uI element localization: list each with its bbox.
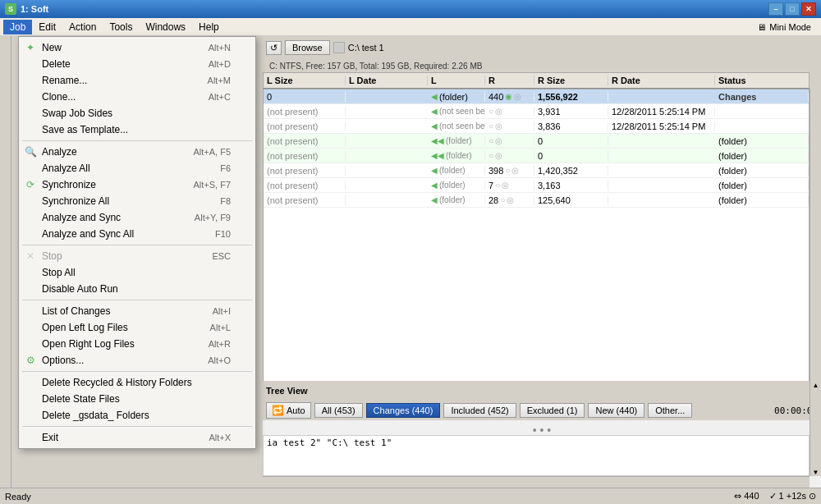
menu-item-delete-gsdata[interactable]: Delete _gsdata_ Folders — [19, 407, 255, 424]
tab-all[interactable]: All (453) — [314, 403, 363, 418]
scroll-down-arrow[interactable]: ▼ — [813, 470, 819, 476]
menu-help[interactable]: Help — [192, 20, 226, 34]
stop-icon: ✕ — [24, 250, 37, 263]
cell-rsize: 3,931 — [534, 107, 608, 117]
cell-status: Changes — [715, 92, 809, 102]
col-header-rdate: R Date — [608, 76, 715, 85]
cell-l: ◀ (folder) — [428, 92, 485, 102]
menu-edit[interactable]: Edit — [32, 20, 62, 34]
title-bar: S 1: Soft – □ ✕ — [0, 0, 821, 18]
status-counter: ⇔ 440 — [734, 491, 759, 502]
menu-item-stop[interactable]: ✕ Stop ESC — [19, 248, 255, 264]
status-timing: ✓ 1 +12s ⊙ — [769, 491, 816, 502]
cell-r: ○ ◎ — [485, 151, 534, 160]
col-header-ldate: L Date — [346, 76, 428, 85]
menu-item-new[interactable]: ✦ New Alt+N — [19, 39, 255, 56]
menu-item-save-template[interactable]: Save as Template... — [19, 121, 255, 138]
status-bar: Ready ⇔ 440 ✓ 1 +12s ⊙ — [0, 488, 821, 504]
menu-item-open-right-log[interactable]: Open Right Log Files Alt+R — [19, 336, 255, 352]
cell-rsize: 1,420,352 — [534, 166, 608, 176]
menu-item-synchronize[interactable]: ⟳ Synchronize Alt+S, F7 — [19, 176, 255, 193]
col-header-rsize: R Size — [534, 76, 608, 85]
menu-item-list-changes[interactable]: List of Changes Alt+I — [19, 303, 255, 319]
separator-3 — [22, 300, 252, 300]
cell-l: ◀ (folder) — [428, 166, 485, 175]
cell-l: ◀ (folder) — [428, 181, 485, 190]
cell-rdate: 12/28/2011 5:25:14 PM — [608, 121, 715, 131]
menu-tools[interactable]: Tools — [103, 20, 139, 34]
log-scrollbar-v[interactable]: ▲ ▼ — [810, 381, 821, 476]
menu-item-delete-recycled[interactable]: Delete Recycled & History Folders — [19, 374, 255, 391]
log-content: ia test 2" "C:\ test 1" — [267, 438, 392, 448]
left-sidebar — [0, 36, 11, 488]
tab-included[interactable]: Included (452) — [443, 403, 516, 418]
menu-action[interactable]: Action — [62, 20, 103, 34]
browse-button[interactable]: Browse — [285, 40, 330, 55]
mini-mode-button[interactable]: 🖥 Mini Mode — [750, 21, 818, 34]
menu-item-clone[interactable]: Clone... Alt+C — [19, 89, 255, 105]
menu-item-analyze[interactable]: 🔍 Analyze Alt+A, F5 — [19, 144, 255, 160]
menu-item-analyze-sync[interactable]: Analyze and Sync Alt+Y, F9 — [19, 209, 255, 226]
path-icon — [333, 42, 345, 53]
menu-item-swap[interactable]: Swap Job Sides — [19, 105, 255, 121]
table-row[interactable]: (not present) ◀ (not seen before) ○ ◎ 3,… — [264, 104, 809, 119]
cell-l: ◀◀ (folder) — [428, 151, 485, 160]
table-row[interactable]: (not present) ◀ (folder) 28 ○ ◎ 125,640 … — [264, 193, 809, 208]
menu-item-stop-all[interactable]: Stop All — [19, 264, 255, 281]
table-row[interactable]: (not present) ◀◀ (folder) ○ ◎ 0 (folder) — [264, 134, 809, 149]
cell-l: ◀ (folder) — [428, 195, 485, 204]
tab-other[interactable]: Other... — [648, 403, 692, 418]
cell-lsize: (not present) — [264, 151, 346, 161]
tab-new[interactable]: New (440) — [588, 403, 644, 418]
separator-5 — [22, 426, 252, 427]
maximize-button[interactable]: □ — [785, 2, 800, 16]
cell-status: (folder) — [715, 181, 809, 190]
table-row[interactable]: (not present) ◀ (not seen before) ○ ◎ 3,… — [264, 119, 809, 134]
menu-item-options[interactable]: ⚙ Options... Alt+O — [19, 352, 255, 369]
cell-l: ◀◀ (folder) — [428, 136, 485, 145]
log-area: ia test 2" "C:\ test 1" — [263, 435, 810, 476]
status-right: ⇔ 440 ✓ 1 +12s ⊙ — [734, 491, 816, 502]
refresh-button[interactable]: ↺ — [266, 41, 282, 55]
browse-path: C:\ test 1 — [348, 43, 384, 53]
table-row[interactable]: (not present) ◀ (folder) 398 ○ ◎ 1,420,3… — [264, 163, 809, 178]
cell-r: ○ ◎ — [485, 107, 534, 116]
path-info-text: C: NTFS, Free: 157 GB, Total: 195 GB, Re… — [269, 62, 482, 71]
menu-item-delete-state[interactable]: Delete State Files — [19, 391, 255, 407]
tab-excluded[interactable]: Excluded (1) — [520, 403, 585, 418]
minimize-button[interactable]: – — [768, 2, 783, 16]
menu-item-disable-autorun[interactable]: Disable Auto Run — [19, 281, 255, 297]
menu-item-exit[interactable]: Exit Alt+X — [19, 429, 255, 446]
cell-rsize: 3,163 — [534, 181, 608, 190]
job-dropdown-menu: ✦ New Alt+N Delete Alt+D Rename... Alt+M… — [18, 36, 256, 449]
close-button[interactable]: ✕ — [801, 2, 816, 16]
cell-r: 440 ◉ ◎ — [485, 92, 534, 102]
table-row[interactable]: (not present) ◀ (folder) 7 ○ ◎ 3,163 (fo… — [264, 178, 809, 193]
table-row[interactable]: 0 ◀ (folder) 440 ◉ ◎ 1,556,922 Changes — [264, 89, 809, 104]
menu-item-delete[interactable]: Delete Alt+D — [19, 56, 255, 72]
menu-item-analyze-all[interactable]: Analyze All F6 — [19, 160, 255, 176]
log-scrollbar-h[interactable] — [263, 476, 810, 488]
app-icon: S — [5, 3, 16, 15]
menu-item-rename[interactable]: Rename... Alt+M — [19, 72, 255, 89]
title-text: 1: Soft — [21, 4, 48, 14]
cell-status: (folder) — [715, 136, 809, 146]
cell-l: ◀ (not seen before) — [428, 107, 485, 116]
counter-icon: ⇔ — [734, 491, 741, 501]
sync-icon: ⟳ — [24, 178, 37, 191]
cell-lsize: (not present) — [264, 195, 346, 205]
menu-item-analyze-sync-all[interactable]: Analyze and Sync All F10 — [19, 226, 255, 242]
tab-changes[interactable]: Changes (440) — [366, 403, 441, 418]
main-toolbar: ↺ Browse C:\ test 1 — [263, 36, 821, 59]
menu-job[interactable]: Job — [3, 20, 32, 34]
table-row[interactable]: (not present) ◀◀ (folder) ○ ◎ 0 (folder) — [264, 149, 809, 163]
menu-item-open-left-log[interactable]: Open Left Log Files Alt+L — [19, 319, 255, 336]
window-controls: – □ ✕ — [768, 2, 816, 16]
menu-item-synchronize-all[interactable]: Synchronize All F8 — [19, 193, 255, 209]
auto-button[interactable]: 🔁 Auto — [266, 402, 311, 419]
scroll-up-arrow[interactable]: ▲ — [813, 383, 819, 389]
table-scrollbar-v[interactable] — [810, 89, 821, 397]
menu-windows[interactable]: Windows — [139, 20, 192, 34]
bottom-panel: Tree View 🔁 Auto All (453) Changes (440)… — [263, 381, 821, 488]
tree-view-label: Tree View — [266, 386, 308, 396]
